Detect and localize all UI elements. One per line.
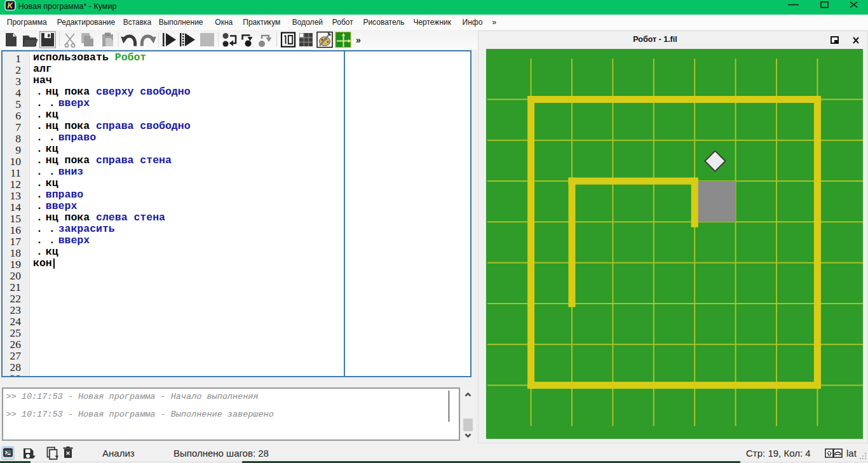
svg-text:»: » xyxy=(356,35,361,45)
svg-text:K: K xyxy=(8,1,14,10)
